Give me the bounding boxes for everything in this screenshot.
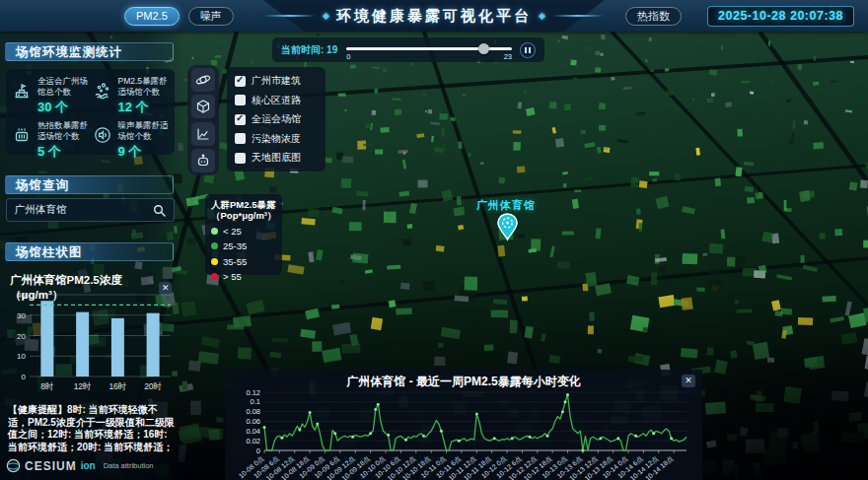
legend-item: 25-35 [211, 240, 276, 251]
stat-value: 12 个 [118, 99, 172, 116]
weekly-exposure-panel: 广州体育馆 - 最近一周PM2.5暴露每小时变化 ✕ 00.020.040.06… [225, 370, 702, 480]
legend-dot [211, 242, 218, 249]
slider-min-label: 0 [346, 52, 350, 61]
venue-search-box[interactable]: 广州体育馆 [6, 198, 175, 222]
time-slider[interactable]: 0 23 [346, 37, 512, 62]
tab-pm25[interactable]: PM2.5 [124, 7, 180, 26]
view-3d-button[interactable] [191, 95, 215, 118]
pollutant-tab-group: PM2.5 噪声 [124, 7, 234, 26]
tab-noise[interactable]: 噪声 [188, 7, 234, 26]
stadium-icon [12, 81, 34, 101]
svg-text:8时: 8时 [40, 381, 53, 391]
header-bar: PM2.5 噪声 环境健康暴露可视化平台 热指数 2025-10-28 20:0… [0, 0, 868, 32]
header-right: 热指数 2025-10-28 20:07:38 [625, 0, 854, 32]
exposure-legend: 人群PM2.5暴露 （Pop*μg/m³） < 25 25-35 35-55 >… [205, 194, 282, 275]
svg-text:0.02: 0.02 [246, 437, 260, 446]
checkbox[interactable] [235, 114, 246, 125]
rotate-view-button[interactable] [191, 68, 215, 92]
svg-text:20时: 20时 [144, 381, 162, 391]
stat-noise-comfort: 噪声暴露舒适场馆个数 9 个 [92, 118, 173, 163]
app-root: PM2.5 噪声 环境健康暴露可视化平台 热指数 2025-10-28 20:0… [0, 0, 868, 480]
search-input[interactable]: 广州体育馆 [15, 203, 153, 217]
svg-text:20: 20 [17, 332, 26, 341]
cesium-ion-text: ion [81, 460, 96, 471]
section-header-barchart: 场馆柱状图 [5, 242, 174, 261]
layer-label: 天地图底图 [252, 151, 301, 165]
stat-total-venues: 全运会广州场馆总个数 30 个 [11, 74, 92, 118]
legend-label: < 25 [223, 226, 242, 237]
layer-label: 广州市建筑 [252, 74, 301, 88]
title-diamond-left [323, 12, 329, 19]
stats-card: 全运会广州场馆总个数 30 个 PM2.5暴露舒适场馆个数 12 个 [6, 69, 175, 155]
data-attribution-link[interactable]: Data attribution [104, 461, 154, 470]
legend-item: > 55 [211, 271, 276, 282]
svg-text:40: 40 [17, 291, 26, 300]
legend-label: 35-55 [223, 256, 247, 267]
layer-pollutant-concentration[interactable]: 污染物浓度 [235, 132, 318, 146]
tab-heat-index[interactable]: 热指数 [625, 7, 682, 26]
line-chart-icon [195, 126, 211, 142]
layer-tianditu-basemap[interactable]: 天地图底图 [235, 151, 318, 165]
layer-gz-buildings[interactable]: 广州市建筑 [235, 74, 318, 88]
svg-text:0.1: 0.1 [251, 397, 260, 406]
map-toolbar [187, 65, 219, 175]
stat-pm25-comfort: PM2.5暴露舒适场馆个数 12 个 [92, 74, 173, 118]
cesium-globe-icon [6, 458, 21, 473]
title-ornament-right [552, 15, 604, 17]
svg-text:10: 10 [17, 352, 26, 361]
weekly-chart-close-icon[interactable]: ✕ [682, 375, 695, 387]
noise-icon [93, 125, 114, 145]
cesium-attribution[interactable]: CESIUM ion Data attribution [6, 458, 154, 473]
svg-text:12时: 12时 [74, 381, 92, 391]
datetime-display: 2025-10-28 20:07:38 [707, 6, 854, 27]
legend-item: < 25 [211, 226, 276, 237]
cesium-brand-text: CESIUM [25, 459, 77, 473]
cube-icon [195, 99, 211, 114]
legend-label: > 55 [223, 271, 242, 282]
current-time-label: 当前时间: 19 [281, 43, 337, 57]
section-header-search: 场馆查询 [5, 175, 174, 194]
svg-text:0.08: 0.08 [246, 407, 260, 416]
layer-label: 污染物浓度 [252, 132, 301, 146]
checkbox[interactable] [235, 153, 246, 164]
stat-label: PM2.5暴露舒适场馆个数 [118, 76, 172, 97]
ai-assistant-button[interactable] [191, 149, 215, 172]
stat-label: 全运会广州场馆总个数 [37, 76, 91, 97]
legend-title: 人群PM2.5暴露 [211, 199, 276, 210]
weekly-exposure-line-chart: 00.020.040.060.080.10.1210-08 0点10-08 6点… [225, 387, 702, 480]
page-title: 环境健康暴露可视化平台 [336, 7, 532, 26]
stat-label: 噪声暴露舒适场馆个数 [118, 120, 172, 141]
checkbox[interactable] [235, 95, 246, 105]
chart-tool-button[interactable] [191, 122, 215, 146]
title-diamond-right [539, 12, 545, 19]
robot-icon [195, 153, 211, 169]
svg-text:0.06: 0.06 [246, 417, 260, 426]
layer-label: 核心区道路 [252, 94, 301, 107]
svg-text:30: 30 [17, 311, 26, 320]
search-icon[interactable] [153, 204, 166, 217]
pause-button[interactable] [520, 42, 536, 58]
venue-marker-label: 广州体育馆 [476, 198, 536, 213]
layer-toggle-panel: 广州市建筑 核心区道路 全运会场馆 污染物浓度 天地图底图 [227, 67, 326, 171]
venue-marker-pin[interactable] [495, 212, 520, 242]
stat-heat-comfort: 热指数暴露舒适场馆个数 5 个 [11, 118, 92, 163]
section-header-stats: 场馆环境监测统计 [5, 42, 174, 61]
health-tip-text: 【健康提醒】8时: 当前环境轻微不适，PM2.5浓度介于一级限值和二级限值之间；… [8, 404, 176, 453]
checkbox[interactable] [235, 133, 246, 144]
svg-text:0: 0 [256, 446, 260, 455]
stat-value: 5 个 [37, 143, 91, 161]
page-title-wrap: 环境健康暴露可视化平台 [264, 0, 604, 32]
stat-value: 30 个 [37, 99, 91, 116]
stat-label: 热指数暴露舒适场馆个数 [37, 120, 91, 141]
svg-text:16时: 16时 [108, 381, 126, 391]
slider-handle[interactable] [478, 43, 489, 54]
legend-dot [211, 228, 218, 235]
legend-label: 25-35 [223, 240, 247, 251]
layer-games-venues[interactable]: 全运会场馆 [235, 112, 318, 126]
time-slider-panel: 当前时间: 19 0 23 [272, 37, 544, 62]
stat-value: 9 个 [118, 143, 172, 161]
svg-text:0: 0 [22, 373, 27, 381]
checkbox[interactable] [235, 76, 246, 87]
layer-core-roads[interactable]: 核心区道路 [235, 94, 318, 107]
title-ornament-left [264, 15, 316, 17]
